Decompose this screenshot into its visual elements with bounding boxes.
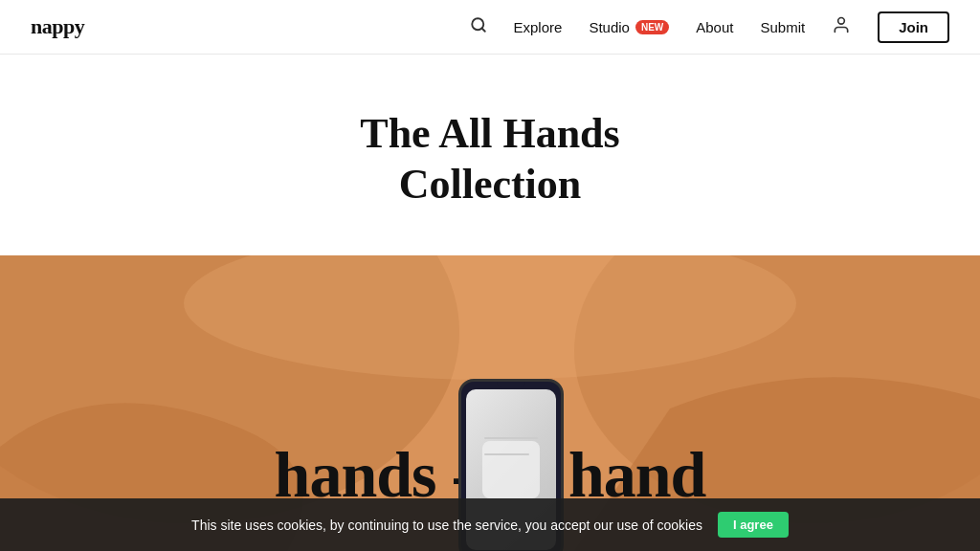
brand-logo[interactable]: nappy — [31, 14, 84, 39]
phone-notch — [497, 382, 525, 387]
nav-link-explore[interactable]: Explore — [514, 19, 563, 35]
studio-new-badge: New — [635, 20, 669, 34]
svg-point-2 — [838, 17, 845, 24]
navbar: nappy Explore Studio New About Submit Jo… — [0, 0, 980, 55]
navbar-right: Explore Studio New About Submit Join — [470, 11, 949, 43]
user-icon[interactable] — [832, 15, 851, 39]
cookie-message: This site uses cookies, by continuing to… — [191, 518, 702, 533]
nav-link-about[interactable]: About — [696, 19, 733, 35]
search-icon[interactable] — [470, 16, 487, 37]
hero-title: The All Hands Collection — [360, 109, 619, 210]
agree-button[interactable]: I agree — [718, 512, 789, 538]
nav-link-submit[interactable]: Submit — [760, 19, 805, 35]
cookie-banner: This site uses cookies, by continuing to… — [0, 498, 980, 551]
nav-studio-wrapper: Studio New — [589, 19, 669, 35]
svg-line-1 — [481, 28, 484, 31]
join-button[interactable]: Join — [878, 11, 949, 43]
hero-section: The All Hands Collection — [0, 55, 980, 255]
nav-link-studio[interactable]: Studio — [589, 19, 630, 35]
